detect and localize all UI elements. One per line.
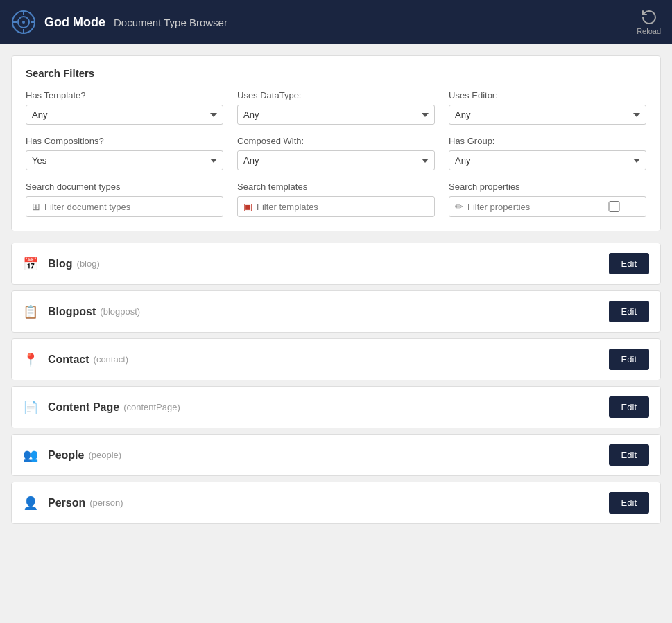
doc-type-alias-people: (people)	[88, 450, 121, 460]
edit-blog-button[interactable]: Edit	[609, 253, 649, 274]
doc-type-alias-contentpage: (contentPage)	[123, 402, 180, 412]
app-logo	[11, 10, 36, 35]
doc-type-name-blog: Blog	[48, 258, 73, 270]
search-filters-panel: Search Filters Has Template? Any Yes No …	[11, 55, 661, 231]
uses-editor-select[interactable]: Any	[449, 105, 646, 125]
has-group-group: Has Group: Any	[449, 136, 646, 170]
doc-type-item-blog: 📅 Blog (blog) Edit	[11, 243, 661, 285]
doc-type-item-contentpage: 📄 Content Page (contentPage) Edit	[11, 386, 661, 428]
edit-contentpage-button[interactable]: Edit	[609, 396, 649, 418]
uses-editor-group: Uses Editor: Any	[449, 90, 646, 125]
reload-icon	[641, 9, 657, 26]
edit-person-button[interactable]: Edit	[609, 492, 649, 514]
search-document-types-input[interactable]	[44, 202, 217, 212]
search-doc-types-label: Search document types	[26, 182, 223, 192]
has-template-group: Has Template? Any Yes No	[26, 90, 223, 125]
doc-type-alias-blogpost: (blogpost)	[100, 306, 140, 317]
filter-row-2: Has Compositions? Any Yes No Composed Wi…	[26, 136, 646, 170]
people-group-icon: 👥	[23, 448, 40, 463]
app-name: God Mode	[44, 15, 105, 30]
content-page-doc-icon: 📄	[23, 400, 40, 415]
composed-with-label: Composed With:	[237, 136, 435, 146]
doc-type-name-blogpost: Blogpost	[48, 306, 96, 318]
search-templates-input[interactable]	[257, 202, 429, 212]
doc-type-item-blogpost: 📋 Blogpost (blogpost) Edit	[11, 290, 661, 333]
composed-with-select[interactable]: Any	[237, 150, 435, 170]
doc-type-item-person: 👤 Person (person) Edit	[11, 482, 661, 524]
doc-type-name-contentpage: Content Page	[48, 401, 119, 414]
header: God Mode Document Type Browser Reload	[0, 0, 672, 44]
has-group-select[interactable]: Any	[449, 150, 646, 170]
doc-type-name-people: People	[48, 449, 84, 462]
search-templates-label: Search templates	[237, 182, 435, 192]
doc-type-name-contact: Contact	[48, 353, 89, 366]
has-template-select[interactable]: Any Yes No	[26, 105, 223, 125]
person-user-icon: 👤	[23, 495, 40, 511]
reload-label: Reload	[637, 27, 661, 35]
search-properties-input[interactable]	[467, 202, 584, 212]
search-filters-title: Search Filters	[26, 67, 646, 79]
svg-point-2	[22, 21, 25, 24]
search-doc-types-group: Search document types ⊞	[26, 182, 223, 217]
doc-type-alias-contact: (contact)	[94, 354, 129, 365]
doc-type-item-contact: 📍 Contact (contact) Edit	[11, 338, 661, 380]
search-doc-types-wrapper: ⊞	[26, 196, 223, 217]
search-properties-group: Search properties ✏	[449, 182, 646, 217]
search-templates-wrapper: ▣	[237, 196, 435, 217]
has-compositions-group: Has Compositions? Any Yes No	[26, 136, 223, 170]
search-properties-checkbox[interactable]	[588, 201, 640, 212]
doc-type-alias-person: (person)	[89, 498, 123, 508]
page-title: Document Type Browser	[114, 17, 227, 28]
template-icon: ▣	[243, 201, 252, 212]
has-compositions-select[interactable]: Any Yes No	[26, 150, 223, 170]
composed-with-group: Composed With: Any	[237, 136, 435, 170]
grid-icon: ⊞	[32, 201, 40, 212]
edit-blogpost-button[interactable]: Edit	[609, 301, 649, 322]
has-group-label: Has Group:	[449, 136, 646, 146]
search-templates-group: Search templates ▣	[237, 182, 435, 217]
search-properties-wrapper: ✏	[449, 196, 646, 217]
contact-pin-icon: 📍	[23, 352, 40, 367]
edit-contact-button[interactable]: Edit	[609, 349, 649, 370]
uses-datatype-group: Uses DataType: Any	[237, 90, 435, 125]
uses-datatype-label: Uses DataType:	[237, 90, 435, 100]
search-row: Search document types ⊞ Search templates…	[26, 182, 646, 217]
uses-editor-label: Uses Editor:	[449, 90, 646, 100]
doc-type-alias-blog: (blog)	[77, 258, 100, 269]
uses-datatype-select[interactable]: Any	[237, 105, 435, 125]
main-content: Search Filters Has Template? Any Yes No …	[0, 44, 672, 623]
has-template-label: Has Template?	[26, 90, 223, 100]
blog-calendar-icon: 📅	[23, 256, 40, 272]
blogpost-list-icon: 📋	[23, 304, 40, 319]
doc-type-item-people: 👥 People (people) Edit	[11, 434, 661, 476]
reload-button[interactable]: Reload	[637, 9, 661, 35]
doc-type-name-person: Person	[48, 497, 85, 509]
has-compositions-label: Has Compositions?	[26, 136, 223, 146]
edit-people-button[interactable]: Edit	[609, 444, 649, 466]
search-properties-label: Search properties	[449, 182, 646, 192]
document-types-list: 📅 Blog (blog) Edit 📋 Blogpost (blogpost)…	[11, 243, 661, 524]
filter-row-1: Has Template? Any Yes No Uses DataType: …	[26, 90, 646, 125]
edit-icon: ✏	[455, 201, 463, 212]
